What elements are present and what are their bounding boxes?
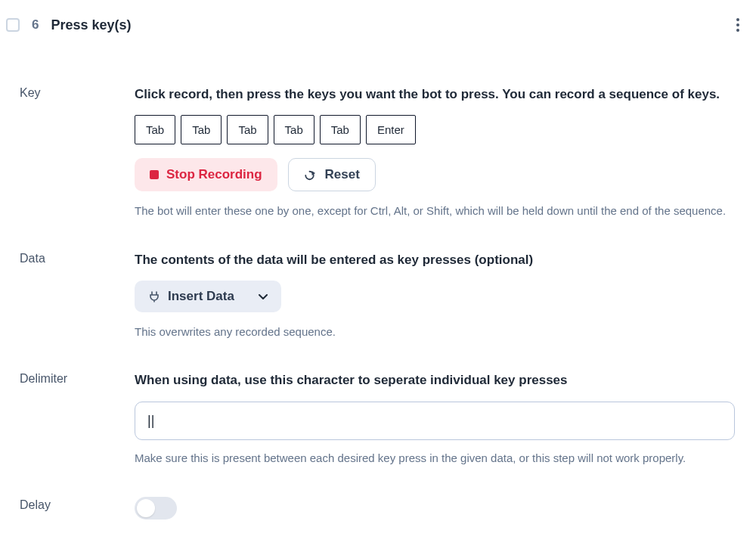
key-chip[interactable]: Tab <box>320 115 361 144</box>
key-chip[interactable]: Tab <box>181 115 222 144</box>
key-row: Key Click record, then press the keys yo… <box>20 85 735 220</box>
stop-recording-label: Stop Recording <box>166 167 262 182</box>
key-chip[interactable]: Tab <box>227 115 268 144</box>
delay-row: Delay <box>20 497 735 520</box>
delimiter-label: Delimiter <box>20 371 135 386</box>
key-chip[interactable]: Tab <box>135 115 175 144</box>
delimiter-row: Delimiter When using data, use this char… <box>20 371 735 467</box>
delay-label: Delay <box>20 497 135 512</box>
data-description: The contents of the data will be entered… <box>135 250 735 270</box>
step-title: Press key(s) <box>51 17 131 33</box>
delimiter-description: When using data, use this character to s… <box>135 371 735 390</box>
stop-icon <box>150 170 159 179</box>
step-header: 6 Press key(s) <box>3 14 748 39</box>
key-chip[interactable]: Enter <box>366 115 416 144</box>
redo-icon <box>304 169 318 180</box>
data-row: Data The contents of the data will be en… <box>20 250 735 341</box>
step-number: 6 <box>32 17 39 33</box>
stop-recording-button[interactable]: Stop Recording <box>135 158 277 191</box>
data-label: Data <box>20 250 135 265</box>
key-sequence: Tab Tab Tab Tab Tab Enter <box>135 115 735 144</box>
key-help-text: The bot will enter these one by one, exc… <box>135 202 735 219</box>
key-chip[interactable]: Tab <box>274 115 314 144</box>
insert-data-label: Insert Data <box>168 289 234 304</box>
reset-button[interactable]: Reset <box>288 158 376 191</box>
chevron-down-icon <box>259 289 268 304</box>
key-description: Click record, then press the keys you wa… <box>135 85 735 104</box>
delimiter-help-text: Make sure this is present between each d… <box>135 449 735 467</box>
insert-data-dropdown[interactable]: Insert Data <box>135 281 281 312</box>
plug-icon <box>148 290 160 302</box>
toggle-knob <box>137 499 155 517</box>
delimiter-input[interactable] <box>135 402 735 440</box>
data-help-text: This overwrites any recorded sequence. <box>135 323 735 340</box>
key-label: Key <box>20 85 135 100</box>
more-menu-icon[interactable] <box>732 14 744 36</box>
step-checkbox[interactable] <box>6 18 20 32</box>
delay-toggle[interactable] <box>135 497 177 520</box>
reset-label: Reset <box>325 167 360 182</box>
